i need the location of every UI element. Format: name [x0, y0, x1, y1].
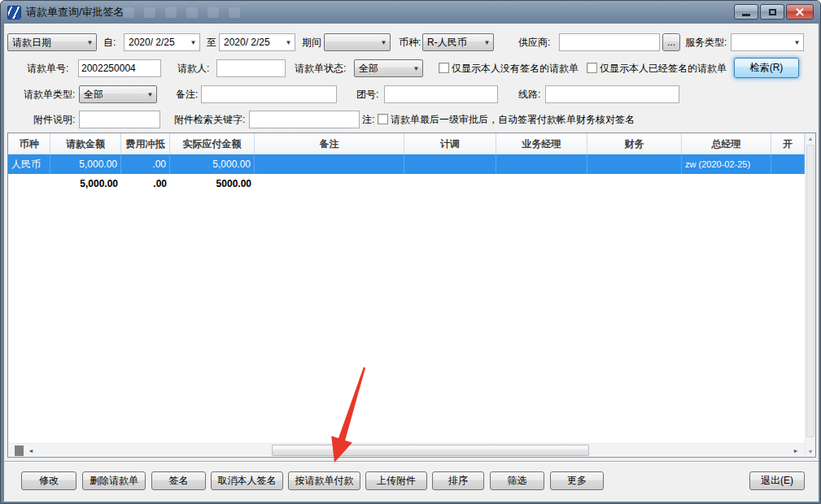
- cancel-sign-button[interactable]: 取消本人签名: [211, 471, 283, 490]
- chevron-down-icon: ▼: [282, 39, 295, 46]
- window-title: 请款单查询/审批签名: [26, 5, 124, 20]
- date-type-select[interactable]: 请款日期 ▼: [7, 33, 97, 51]
- search-button[interactable]: 检索(R): [734, 58, 799, 78]
- more-button[interactable]: 更多: [550, 471, 604, 490]
- applicant-input[interactable]: [216, 59, 286, 77]
- col-header[interactable]: 备注: [255, 133, 404, 154]
- only-unsigned-checkbox[interactable]: [439, 63, 449, 73]
- supplier-input[interactable]: [559, 33, 660, 51]
- date-from-select[interactable]: 2020/ 2/25 ▼: [124, 33, 200, 51]
- upload-attachment-button[interactable]: 上传附件: [365, 471, 427, 490]
- supplier-browse-button[interactable]: ...: [662, 33, 680, 51]
- group-no-label: 团号:: [356, 85, 378, 103]
- filter-button[interactable]: 筛选: [490, 471, 544, 490]
- status-value: 全部: [355, 62, 410, 76]
- col-header[interactable]: 计调: [404, 133, 496, 154]
- bill-no-input[interactable]: [78, 59, 161, 77]
- sort-button[interactable]: 排序: [432, 471, 484, 490]
- bill-type-select[interactable]: 全部 ▼: [79, 85, 157, 103]
- bill-no-label: 请款单号:: [27, 59, 68, 77]
- col-header[interactable]: 费用冲抵: [121, 133, 170, 154]
- chevron-down-icon: ▼: [481, 39, 493, 46]
- applicant-label: 请款人:: [177, 59, 209, 77]
- note-label: 注:: [362, 111, 374, 128]
- attachment-keyword-label: 附件检索关键字:: [174, 111, 245, 128]
- date-from-value: 2020/ 2/25: [124, 37, 187, 48]
- app-window: 请款单查询/审批签名 请款日期 ▼ 自: 2020/ 2/25 ▼ 至 2020…: [0, 0, 821, 504]
- col-header[interactable]: 实际应付金额: [170, 133, 255, 154]
- service-type-label: 服务类型:: [685, 33, 727, 51]
- chevron-down-icon: ▼: [187, 39, 199, 46]
- chevron-down-icon: ▼: [378, 39, 390, 46]
- group-no-input[interactable]: [384, 85, 498, 103]
- currency-select[interactable]: R-人民币 ▼: [422, 33, 494, 51]
- cell-currency: 人民币: [8, 154, 50, 174]
- col-header[interactable]: 请款金额: [50, 133, 121, 154]
- chevron-down-icon: ▼: [410, 65, 422, 72]
- only-signed-checkbox[interactable]: [587, 63, 597, 73]
- table-summary-row: 5,000.00 .00 5000.00: [8, 174, 805, 193]
- auto-sign-label: 请款单最后一级审批后，自动签署付款帐单财务核对签名: [391, 111, 635, 128]
- minimize-button[interactable]: [734, 4, 758, 20]
- horizontal-scrollbar[interactable]: ◄ ►: [8, 443, 805, 457]
- vertical-scrollbar[interactable]: ▲ ▼: [805, 133, 815, 457]
- col-header[interactable]: 币种: [8, 133, 50, 154]
- attachment-desc-input[interactable]: [79, 111, 160, 128]
- sign-button[interactable]: 签名: [151, 471, 206, 490]
- client-area: 请款日期 ▼ 自: 2020/ 2/25 ▼ 至 2020/ 2/25 ▼ 期间…: [4, 24, 819, 502]
- only-unsigned-label: 仅显示本人没有签名的请款单: [452, 59, 579, 77]
- attachment-keyword-input[interactable]: [249, 111, 360, 128]
- supplier-label: 供应商:: [518, 33, 550, 51]
- exit-button[interactable]: 退出(E): [749, 471, 805, 490]
- scroll-right-icon[interactable]: ►: [790, 445, 801, 456]
- chevron-down-icon: ▼: [144, 91, 156, 98]
- table-header-row: 币种 请款金额 费用冲抵 实际应付金额 备注 计调 业务经理 财务 总经理 开: [8, 133, 805, 154]
- scroll-down-icon[interactable]: ▼: [806, 446, 815, 457]
- scrollbar-grip: [15, 445, 24, 456]
- delete-bill-button[interactable]: 删除请款单: [82, 471, 146, 490]
- col-header[interactable]: 开: [771, 133, 805, 154]
- titlebar[interactable]: 请款单查询/审批签名: [1, 1, 820, 24]
- auto-sign-checkbox[interactable]: [378, 114, 388, 124]
- col-header[interactable]: 业务经理: [496, 133, 587, 154]
- cell-extra: [771, 154, 805, 174]
- summary-offset-amount: .00: [121, 174, 170, 193]
- summary-payable-amount: 5000.00: [170, 174, 255, 193]
- summary-request-amount: 5,000.00: [50, 174, 121, 193]
- scroll-up-icon[interactable]: ▲: [806, 133, 815, 144]
- horizontal-scroll-thumb[interactable]: [272, 445, 589, 456]
- chevron-down-icon: ▼: [791, 39, 803, 46]
- maximize-button[interactable]: [760, 4, 784, 20]
- bill-table: 币种 请款金额 费用冲抵 实际应付金额 备注 计调 业务经理 财务 总经理 开 …: [7, 133, 816, 458]
- col-header[interactable]: 财务: [587, 133, 682, 154]
- service-type-select[interactable]: ▼: [731, 33, 804, 51]
- pay-by-bill-button[interactable]: 按请款单付款: [288, 471, 360, 490]
- bill-type-value: 全部: [80, 88, 144, 102]
- cell-offset-amount: .00: [121, 154, 170, 174]
- cell-request-amount: 5,000.00: [50, 154, 121, 174]
- period-label: 期间: [302, 33, 321, 51]
- cell-general-manager-signature: zw (2020-02-25): [682, 154, 771, 174]
- route-input[interactable]: [545, 85, 679, 103]
- date-to-select[interactable]: 2020/ 2/25 ▼: [219, 33, 295, 51]
- cell-remark: [255, 154, 404, 174]
- vertical-scroll-thumb[interactable]: [806, 145, 814, 437]
- currency-label: 币种:: [399, 33, 421, 51]
- date-from-label: 自:: [103, 33, 116, 51]
- date-to-value: 2020/ 2/25: [220, 37, 282, 48]
- remark-label: 备注:: [176, 85, 198, 103]
- table-row-selected[interactable]: 人民币 5,000.00 .00 5,000.00 zw (2020-02-25…: [8, 154, 805, 174]
- close-button[interactable]: [786, 4, 814, 20]
- route-label: 线路:: [518, 85, 540, 103]
- minimize-icon: [742, 14, 750, 16]
- only-signed-label: 仅显示本人已经签名的请款单: [600, 59, 727, 77]
- edit-button[interactable]: 修改: [21, 471, 76, 490]
- date-to-label: 至: [207, 33, 216, 51]
- status-select[interactable]: 全部 ▼: [354, 59, 423, 77]
- col-header[interactable]: 总经理: [682, 133, 771, 154]
- remark-input[interactable]: [201, 85, 337, 103]
- app-icon: [7, 6, 21, 20]
- chevron-down-icon: ▼: [84, 39, 96, 46]
- scroll-left-icon[interactable]: ◄: [25, 445, 37, 456]
- period-select[interactable]: ▼: [324, 33, 391, 51]
